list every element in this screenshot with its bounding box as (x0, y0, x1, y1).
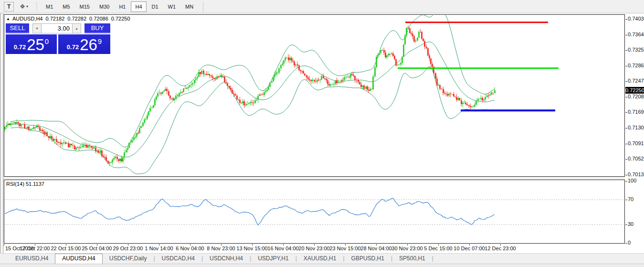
text-tool-button[interactable]: T (4, 2, 14, 11)
timeframe-button-d1[interactable]: D1 (148, 1, 163, 12)
buy-price-tile[interactable]: 0.72 26 9 (58, 34, 110, 54)
tab-separator: | (432, 254, 433, 264)
time-axis-label: 1 Nov 14:00 (145, 246, 173, 251)
timeframe-button-m30[interactable]: M30 (95, 1, 114, 12)
volume-increase-button[interactable]: ▲ (72, 23, 81, 33)
price-axis[interactable]: 0.740300.736400.732500.728600.724700.720… (625, 13, 644, 253)
tab-usdcad-h4[interactable]: USDCAD,H4 (155, 254, 201, 264)
volume-decrease-button[interactable]: ▼ (32, 23, 42, 33)
symbols-dropdown-button[interactable]: ❖ ▾ (17, 2, 31, 11)
time-axis-label: 29 Oct 23:00 (113, 246, 143, 251)
timeframe-button-h4[interactable]: H4 (131, 1, 146, 12)
tab-xauusd-h1[interactable]: XAUUSD,H1 (297, 254, 343, 264)
time-axis-label: 17 Oct 22:00 (20, 246, 50, 251)
time-axis-label: 16 Nov 04:00 (267, 246, 298, 251)
buy-price-big: 26 (80, 37, 97, 53)
time-axis-label: 13 Nov 15:00 (236, 246, 267, 251)
diamonds-icon: ❖ (20, 3, 25, 10)
chart-workspace: ▲AUDUSD,H40.721820.722820.720860.72250 S… (0, 13, 644, 253)
time-axis-label: 23 Nov 15:00 (329, 246, 360, 251)
price-axis-label: 0.71300 (628, 125, 644, 130)
tab-usdchf-daily[interactable]: USDCHF,Daily (103, 254, 154, 264)
time-axis-label: 20 Nov 23:00 (298, 246, 329, 251)
tab-sp500-h1[interactable]: SP500,H1 (392, 254, 432, 264)
chart-title: ▲AUDUSD,H40.721820.722820.720860.72250 (6, 16, 130, 21)
sell-price-prefix: 0.72 (14, 43, 26, 51)
sell-price-big: 25 (27, 37, 44, 53)
collapse-arrow-icon: ▲ (6, 17, 10, 21)
tab-audusd-h4[interactable]: AUDUSD,H4 (55, 254, 102, 264)
sell-price-tile[interactable]: 0.72 25 0 (6, 34, 57, 54)
price-axis-label: 0.72470 (628, 78, 644, 84)
time-axis-label: 22 Oct 15:00 (51, 246, 81, 251)
toolbar-grip (36, 2, 38, 11)
price-axis-label: 0.70130 (628, 171, 644, 177)
timeframe-button-h1[interactable]: H1 (115, 1, 130, 12)
time-axis-label: 28 Nov 04:00 (360, 246, 391, 251)
timeframe-button-mn[interactable]: MN (181, 1, 198, 12)
time-axis-label: 25 Oct 04:00 (82, 246, 112, 251)
buy-price-pipette: 9 (98, 37, 102, 45)
price-axis-label: 0.73640 (628, 32, 644, 37)
buy-price-prefix: 0.72 (67, 43, 79, 51)
timeframe-button-m5[interactable]: M5 (58, 1, 74, 12)
time-axis-label: 12 Dec 23:00 (485, 246, 516, 251)
rsi-axis-label: 30 (628, 221, 633, 227)
price-axis-label: 0.72080 (628, 94, 644, 99)
time-axis-label: 6 Nov 04:00 (176, 246, 204, 251)
time-axis-tick (4, 244, 4, 246)
mt4-window: T ❖ ▾ M1M5M15M30H1H4D1W1MN ▲AUDUSD,H40.7… (0, 0, 644, 267)
chevron-down-icon: ▾ (26, 4, 28, 9)
window-frame-line (3, 13, 3, 253)
rsi-indicator-label: RSI(14) 51.1137 (6, 181, 44, 187)
one-click-trade-panel: SELL ▼ ▲ BUY 0.72 25 0 0.72 26 9 (6, 23, 110, 54)
window-frame-line (0, 13, 1, 253)
rsi-axis-label: 70 (628, 196, 633, 202)
timeframe-buttons: M1M5M15M30H1H4D1W1MN (41, 0, 198, 13)
sell-button[interactable]: SELL (6, 23, 29, 33)
price-axis-label: 0.71690 (628, 109, 644, 115)
timeframe-button-m1[interactable]: M1 (42, 1, 57, 12)
status-bar (0, 264, 644, 267)
time-axis-label: 5 Dec 15:00 (424, 246, 452, 251)
toolbar-separator (203, 1, 203, 12)
price-axis-label: 0.70520 (628, 156, 644, 161)
volume-input[interactable] (42, 23, 72, 33)
time-axis[interactable]: 15 Oct 201817 Oct 22:0022 Oct 15:0025 Oc… (4, 244, 625, 253)
timeframe-button-m15[interactable]: M15 (75, 1, 94, 12)
price-axis-label: 0.74030 (628, 16, 644, 21)
rsi-axis-label: 100 (628, 178, 636, 183)
timeframe-button-w1[interactable]: W1 (164, 1, 180, 12)
current-price-tag: 0.72250 (625, 87, 644, 94)
sell-price-pipette: 0 (45, 37, 49, 45)
rsi-axis-label: 0 (628, 240, 631, 246)
tab-usdjpy-h1[interactable]: USDJPY,H1 (251, 254, 295, 264)
tab-gbpusd-h1[interactable]: GBPUSD,H1 (345, 254, 391, 264)
tab-eurusd-h4[interactable]: EURUSD,H4 (9, 254, 55, 264)
price-axis-label: 0.73250 (628, 47, 644, 53)
time-axis-label: 8 Nov 23:00 (207, 246, 235, 251)
price-axis-label: 0.72860 (628, 63, 644, 68)
time-axis-label: 10 Dec 07:00 (454, 246, 485, 251)
buy-button[interactable]: BUY (84, 23, 110, 33)
toolbar: T ❖ ▾ M1M5M15M30H1H4D1W1MN (0, 0, 644, 13)
time-axis-label: 30 Nov 23:00 (391, 246, 422, 251)
rsi-chart[interactable] (4, 180, 625, 244)
chart-tab-bar: EURUSD,H4AUDUSD,H4USDCHF,Daily|USDCAD,H4… (0, 253, 644, 264)
tab-usdcnh-h4[interactable]: USDCNH,H4 (203, 254, 250, 264)
price-axis-label: 0.70910 (628, 140, 644, 146)
